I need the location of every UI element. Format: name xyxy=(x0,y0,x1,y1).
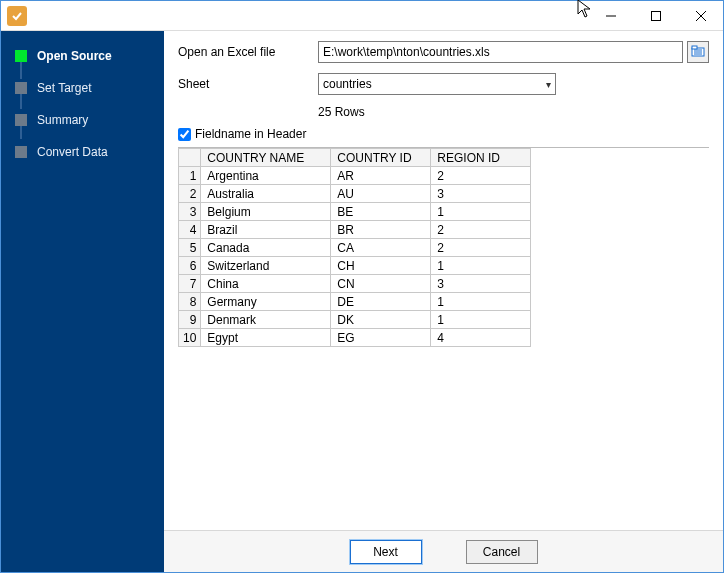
step-marker-icon xyxy=(15,50,27,62)
cell[interactable]: Egypt xyxy=(201,329,331,347)
cell[interactable]: 1 xyxy=(431,293,531,311)
column-header[interactable]: REGION ID xyxy=(431,149,531,167)
close-button[interactable] xyxy=(678,1,723,31)
svg-rect-5 xyxy=(692,46,697,49)
cell[interactable]: Brazil xyxy=(201,221,331,239)
row-open-file: Open an Excel file xyxy=(178,41,709,63)
window-controls xyxy=(588,1,723,31)
sidebar-step-summary[interactable]: Summary xyxy=(1,107,164,133)
cell[interactable]: Canada xyxy=(201,239,331,257)
cell[interactable]: 3 xyxy=(431,275,531,293)
cell[interactable]: DK xyxy=(331,311,431,329)
table-row[interactable]: 9DenmarkDK1 xyxy=(179,311,531,329)
sidebar-step-convert-data[interactable]: Convert Data xyxy=(1,139,164,165)
wizard-sidebar: Open Source Set Target Summary Convert D… xyxy=(1,31,164,572)
step-label: Convert Data xyxy=(37,145,108,159)
cell[interactable]: AR xyxy=(331,167,431,185)
cell[interactable]: 4 xyxy=(431,329,531,347)
cell[interactable]: 1 xyxy=(431,311,531,329)
cell[interactable]: BE xyxy=(331,203,431,221)
cell[interactable]: China xyxy=(201,275,331,293)
cell[interactable]: AU xyxy=(331,185,431,203)
cell[interactable]: CN xyxy=(331,275,431,293)
row-fieldname-header: Fieldname in Header xyxy=(178,127,709,141)
step-label: Open Source xyxy=(37,49,112,63)
cell[interactable]: Belgium xyxy=(201,203,331,221)
cell[interactable]: 2 xyxy=(431,221,531,239)
table-row[interactable]: 4BrazilBR2 xyxy=(179,221,531,239)
cell[interactable]: Germany xyxy=(201,293,331,311)
next-button[interactable]: Next xyxy=(350,540,422,564)
sidebar-step-open-source[interactable]: Open Source xyxy=(1,43,164,69)
wizard-footer: Next Cancel xyxy=(164,530,723,572)
svg-rect-1 xyxy=(651,12,660,21)
fieldname-header-checkbox[interactable] xyxy=(178,128,191,141)
step-label: Summary xyxy=(37,113,88,127)
sheet-select[interactable]: countries ▾ xyxy=(318,73,556,95)
fieldname-header-label: Fieldname in Header xyxy=(195,127,306,141)
cell[interactable]: Argentina xyxy=(201,167,331,185)
cell[interactable]: Australia xyxy=(201,185,331,203)
cell[interactable]: Denmark xyxy=(201,311,331,329)
step-marker-icon xyxy=(15,82,27,94)
table-row[interactable]: 7ChinaCN3 xyxy=(179,275,531,293)
cancel-button[interactable]: Cancel xyxy=(466,540,538,564)
row-number: 4 xyxy=(179,221,201,239)
sheet-label: Sheet xyxy=(178,77,318,91)
row-number: 2 xyxy=(179,185,201,203)
table-row[interactable]: 10EgyptEG4 xyxy=(179,329,531,347)
main-area: Open Source Set Target Summary Convert D… xyxy=(1,31,723,572)
table-row[interactable]: 1ArgentinaAR2 xyxy=(179,167,531,185)
table-row[interactable]: 8GermanyDE1 xyxy=(179,293,531,311)
content-panel: Open an Excel file Sheet countries ▾ xyxy=(164,31,723,572)
cell[interactable]: 3 xyxy=(431,185,531,203)
table-row[interactable]: 6SwitzerlandCH1 xyxy=(179,257,531,275)
table-row[interactable]: 5CanadaCA2 xyxy=(179,239,531,257)
app-window: Open Source Set Target Summary Convert D… xyxy=(0,0,724,573)
step-marker-icon xyxy=(15,114,27,126)
column-header[interactable]: COUNTRY ID xyxy=(331,149,431,167)
row-number: 8 xyxy=(179,293,201,311)
cell[interactable]: CA xyxy=(331,239,431,257)
browse-button[interactable] xyxy=(687,41,709,63)
cell[interactable]: 2 xyxy=(431,239,531,257)
table-row[interactable]: 2AustraliaAU3 xyxy=(179,185,531,203)
data-grid[interactable]: COUNTRY NAME COUNTRY ID REGION ID 1Argen… xyxy=(178,147,709,526)
form-area: Open an Excel file Sheet countries ▾ xyxy=(164,31,723,530)
cell[interactable]: EG xyxy=(331,329,431,347)
sidebar-step-set-target[interactable]: Set Target xyxy=(1,75,164,101)
cell[interactable]: 1 xyxy=(431,203,531,221)
file-path-input[interactable] xyxy=(318,41,683,63)
cell[interactable]: 1 xyxy=(431,257,531,275)
row-number: 5 xyxy=(179,239,201,257)
row-number: 9 xyxy=(179,311,201,329)
cell[interactable]: 2 xyxy=(431,167,531,185)
sheet-select-value: countries xyxy=(323,77,372,91)
cell[interactable]: CH xyxy=(331,257,431,275)
cell[interactable]: Switzerland xyxy=(201,257,331,275)
row-sheet: Sheet countries ▾ xyxy=(178,73,709,95)
cell[interactable]: DE xyxy=(331,293,431,311)
column-header[interactable]: COUNTRY NAME xyxy=(201,149,331,167)
titlebar xyxy=(1,1,723,31)
app-icon xyxy=(7,6,27,26)
row-number: 7 xyxy=(179,275,201,293)
table-row[interactable]: 3BelgiumBE1 xyxy=(179,203,531,221)
row-number: 6 xyxy=(179,257,201,275)
chevron-down-icon: ▾ xyxy=(546,79,551,90)
cell[interactable]: BR xyxy=(331,221,431,239)
minimize-button[interactable] xyxy=(588,1,633,31)
step-label: Set Target xyxy=(37,81,91,95)
open-folder-icon xyxy=(691,44,705,61)
row-number: 1 xyxy=(179,167,201,185)
row-number: 3 xyxy=(179,203,201,221)
grid-corner xyxy=(179,149,201,167)
row-number: 10 xyxy=(179,329,201,347)
rows-count-label: 25 Rows xyxy=(178,105,709,119)
open-file-label: Open an Excel file xyxy=(178,45,318,59)
maximize-button[interactable] xyxy=(633,1,678,31)
step-marker-icon xyxy=(15,146,27,158)
